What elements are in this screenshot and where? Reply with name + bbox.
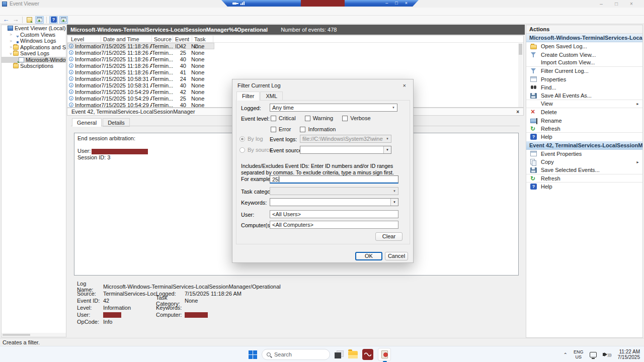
tree-expander-icon[interactable]: >: [9, 45, 13, 49]
dropdown-button[interactable]: ▼: [390, 199, 398, 206]
tab-general[interactable]: General: [72, 118, 102, 127]
event-level-option[interactable]: Information: [300, 126, 336, 132]
column-date[interactable]: Date and Time: [101, 36, 152, 43]
taskbar-search[interactable]: Search: [262, 349, 330, 360]
actions-section-log-header[interactable]: Microsoft-Windows-TerminalServices-Local…: [526, 34, 642, 42]
menu-item[interactable]: [23, 11, 30, 12]
action-item[interactable]: Properties ►: [526, 75, 642, 83]
event-row[interactable]: iInformation 7/15/2025 10:54:29 AM Termi…: [67, 88, 214, 95]
by-source-radio[interactable]: By source: [239, 147, 272, 153]
window-minimize-button[interactable]: –: [598, 1, 605, 7]
dialog-close-icon[interactable]: ×: [401, 82, 408, 88]
column-task[interactable]: Task C...: [192, 36, 213, 43]
clock[interactable]: 11:22 AM7/15/2025: [618, 349, 640, 360]
preview-close-icon[interactable]: ×: [516, 109, 519, 115]
dropdown-button[interactable]: ▼: [383, 146, 391, 153]
window-close-button[interactable]: ×: [628, 1, 635, 7]
event-level-option[interactable]: Critical: [271, 115, 296, 121]
by-log-radio[interactable]: By log: [239, 136, 263, 142]
clear-button[interactable]: Clear: [375, 232, 403, 241]
language-indicator[interactable]: ENGUS: [574, 349, 584, 359]
radio-icon[interactable]: [239, 136, 245, 142]
checkbox-icon[interactable]: [271, 116, 276, 121]
network-icon[interactable]: [590, 352, 597, 357]
tree-item[interactable]: > Applications and Services Lo: [2, 44, 66, 51]
user-input[interactable]: <All Users>: [270, 210, 398, 218]
event-list-scrollbar[interactable]: [518, 43, 523, 107]
event-row[interactable]: iInformation 7/15/2025 10:54:29 AM Termi…: [67, 95, 214, 102]
computer-input[interactable]: <All Computers>: [270, 221, 398, 229]
tree-expander-icon[interactable]: >: [9, 39, 13, 43]
dialog-tab-xml[interactable]: XML: [260, 92, 283, 101]
action-item[interactable]: Rename ►: [526, 117, 642, 125]
action-item[interactable]: Help ►: [526, 133, 642, 141]
column-level[interactable]: Level: [67, 36, 101, 43]
event-row[interactable]: iInformation 7/15/2025 11:18:26 AM Termi…: [67, 62, 214, 69]
event-level-option[interactable]: Warning: [305, 115, 334, 121]
volume-icon[interactable]: ))): [603, 352, 612, 357]
event-row[interactable]: iInformation 7/15/2025 11:18:26 AM Termi…: [67, 43, 214, 49]
help-button[interactable]: ?: [49, 16, 58, 24]
actions-section-event-header[interactable]: Event 42, TerminalServices-LocalSessionM…: [526, 141, 642, 150]
back-arrow-icon[interactable]: ←: [2, 16, 10, 23]
menu-item[interactable]: [16, 11, 23, 12]
pin-icon[interactable]: [232, 3, 236, 5]
event-row[interactable]: iInformation 7/15/2025 10:58:31 AM Termi…: [67, 82, 214, 88]
tree-item[interactable]: > Custom Views: [2, 32, 66, 38]
checkbox-icon[interactable]: [305, 116, 310, 121]
export-list-button[interactable]: [25, 16, 34, 24]
red-app-button[interactable]: [362, 349, 373, 360]
action-item[interactable]: Create Custom View... ►: [526, 50, 642, 58]
action-item[interactable]: Save All Events As... ►: [526, 92, 642, 100]
action-item[interactable]: Open Saved Log... ►: [526, 42, 642, 50]
action-item[interactable]: Find... ►: [526, 83, 642, 92]
checkbox-icon[interactable]: [271, 127, 276, 132]
event-level-option[interactable]: Error: [271, 126, 291, 132]
action-item[interactable]: Import Custom View... ►: [526, 59, 642, 67]
event-viewer-taskbar-button[interactable]: [378, 348, 391, 361]
forward-arrow-icon[interactable]: →: [12, 16, 20, 23]
checkbox-icon[interactable]: [300, 127, 305, 132]
dialog-tab-filter[interactable]: Filter: [236, 92, 260, 101]
logged-dropdown[interactable]: Any time ▼: [270, 104, 397, 112]
event-row[interactable]: iInformation 7/15/2025 11:18:26 AM Termi…: [67, 69, 214, 75]
start-button[interactable]: [249, 350, 257, 359]
file-explorer-button[interactable]: [348, 351, 358, 358]
tray-expand-chevron-icon[interactable]: ⌃: [564, 352, 568, 357]
rdp-minimize-button[interactable]: –: [385, 0, 388, 7]
action-item[interactable]: Refresh ►: [526, 174, 642, 183]
keywords-dropdown[interactable]: ▼: [270, 198, 398, 206]
event-row[interactable]: iInformation 7/15/2025 11:18:26 AM Termi…: [67, 49, 214, 56]
task-view-button[interactable]: [335, 350, 344, 358]
tree-expander-icon[interactable]: v: [9, 51, 13, 56]
tree-item[interactable]: Subscriptions: [2, 63, 66, 69]
rdp-restore-button[interactable]: □: [395, 0, 397, 7]
column-event-id[interactable]: Event ID: [173, 36, 192, 43]
action-item[interactable]: View ►: [526, 100, 642, 108]
event-ids-input[interactable]: 25: [270, 175, 398, 184]
action-item[interactable]: Delete ►: [526, 108, 642, 116]
ok-button[interactable]: OK: [355, 252, 382, 260]
action-item[interactable]: Filter Current Log... ►: [526, 67, 642, 75]
action-item[interactable]: Event Properties ►: [526, 150, 642, 158]
window-maximize-button[interactable]: □: [613, 1, 620, 7]
menu-item[interactable]: [9, 11, 16, 12]
rdp-close-button[interactable]: ×: [405, 0, 408, 7]
event-level-option[interactable]: Verbose: [342, 115, 370, 121]
cancel-button[interactable]: Cancel: [385, 252, 408, 260]
tree-item[interactable]: Microsoft-Windows-Terr: [2, 57, 66, 63]
tree-item[interactable]: Event Viewer (Local): [2, 25, 66, 32]
action-item[interactable]: Save Selected Events... ►: [526, 166, 642, 174]
event-sources-dropdown[interactable]: ▼: [300, 146, 391, 154]
action-item[interactable]: Copy ►: [526, 158, 642, 166]
checkbox-icon[interactable]: [342, 116, 348, 121]
tree-horizontal-scrollbar[interactable]: [2, 333, 66, 337]
action-pane-toggle-button[interactable]: [59, 16, 68, 24]
radio-icon[interactable]: [239, 147, 245, 153]
tree-item[interactable]: v Saved Logs: [2, 50, 66, 57]
event-row[interactable]: iInformation 7/15/2025 11:18:26 AM Termi…: [67, 56, 214, 62]
console-tree-toggle-button[interactable]: [35, 16, 44, 24]
tree-item[interactable]: > Windows Logs: [2, 38, 66, 44]
event-row[interactable]: iInformation 7/15/2025 10:58:31 AM Termi…: [67, 75, 214, 82]
tree-expander-icon[interactable]: >: [9, 32, 13, 37]
